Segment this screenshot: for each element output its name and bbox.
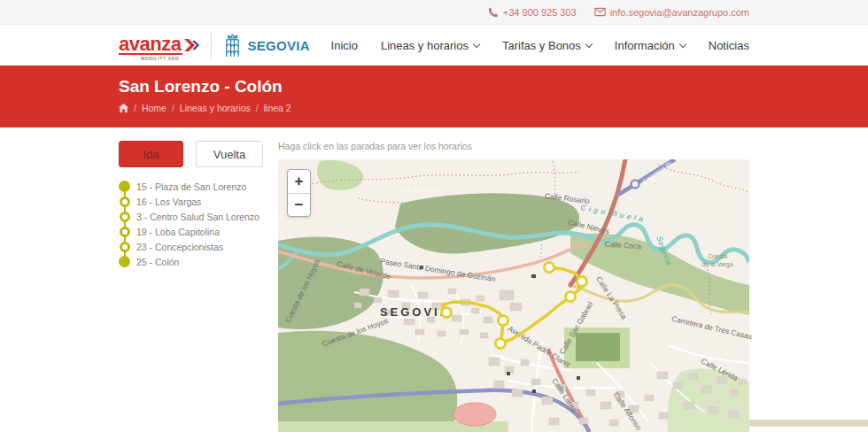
stop-row[interactable]: 3 - Centro Salud San Lorenzo	[119, 209, 278, 224]
nav-item-3[interactable]: Información	[615, 39, 686, 52]
nav-item-0[interactable]: Inicio	[331, 39, 358, 52]
nav-item-2[interactable]: Tarifas y Bonos	[502, 39, 592, 52]
route-stop-marker[interactable]	[566, 292, 576, 302]
nav-item-label: Lineas y horarios	[381, 39, 469, 52]
stop-row[interactable]: 19 - Loba Capitolina	[119, 224, 278, 239]
route-stop-marker[interactable]	[442, 308, 452, 318]
stop-label: 19 - Loba Capitolina	[136, 227, 220, 237]
stops-list: 15 - Plaza de San Lorenzo16 - Los Vargas…	[119, 179, 278, 269]
map-label: La Alameda	[403, 186, 441, 194]
map-unloaded-tiles	[749, 159, 868, 432]
breadcrumb-separator: /	[172, 103, 174, 113]
topbar-email-link[interactable]: info.segovia@avanzagrupo.com	[594, 7, 749, 18]
route-map[interactable]: + −	[278, 159, 868, 432]
aqueduct-icon	[222, 32, 243, 58]
map-hint: Haga click en las paradas para ver los h…	[278, 141, 868, 151]
breadcrumb-item[interactable]: Lineas y horarios	[180, 103, 251, 113]
map-column: Haga click en las paradas para ver los h…	[278, 141, 868, 432]
home-icon[interactable]	[119, 104, 128, 112]
stop-label: 25 - Colón	[136, 257, 179, 267]
avanza-wordmark: avanza	[119, 35, 182, 55]
phone-icon	[488, 7, 499, 18]
page-title: San Lorenzo - Colón	[119, 77, 749, 96]
stop-marker-icon	[120, 242, 130, 252]
stop-label: 3 - Centro Salud San Lorenzo	[136, 212, 260, 222]
brand-logo-segovia: SEGOVIA	[222, 32, 309, 58]
nav-item-label: Noticias	[709, 39, 749, 52]
breadcrumb-separator: /	[134, 103, 136, 113]
route-stop-marker[interactable]	[577, 277, 587, 287]
brand-divider	[211, 32, 212, 58]
chevron-down-icon	[473, 40, 480, 47]
topbar: +34 900 925 303 info.segovia@avanzagrupo…	[0, 0, 868, 25]
route-stop-marker[interactable]	[545, 263, 554, 273]
nav-item-label: Tarifas y Bonos	[502, 39, 581, 52]
chevron-down-icon	[585, 40, 593, 47]
breadcrumb-separator: /	[256, 103, 259, 113]
map-stadium	[453, 403, 496, 426]
ida-button[interactable]: Ida	[119, 141, 183, 167]
map-label: Cuesta	[708, 253, 727, 259]
main-content: Ida Vuelta 15 - Plaza de San Lorenzo16 -…	[0, 127, 868, 432]
route-stop-marker[interactable]	[496, 339, 506, 349]
topbar-email: info.segovia@avanzagrupo.com	[610, 7, 749, 18]
nav-item-label: Información	[615, 39, 675, 52]
stop-marker-icon	[120, 212, 130, 222]
zoom-out-button[interactable]: −	[288, 193, 310, 216]
stop-label: 16 - Los Vargas	[136, 197, 201, 207]
breadcrumb-item[interactable]: Home	[142, 103, 167, 113]
map-zoom-control: + −	[287, 169, 311, 217]
brand[interactable]: avanza MOBILITY ADO	[119, 32, 310, 58]
zoom-in-button[interactable]: +	[288, 170, 310, 193]
avanza-chevron-icon	[184, 39, 200, 51]
stop-marker-icon	[120, 227, 130, 237]
header: avanza MOBILITY ADO	[0, 25, 868, 66]
vuelta-button[interactable]: Vuelta	[196, 141, 263, 167]
stop-row[interactable]: 16 - Los Vargas	[119, 194, 278, 209]
stop-label: 23 - Concepcionistas	[136, 242, 223, 252]
main-nav: InicioLineas y horariosTarifas y BonosIn…	[331, 39, 749, 52]
topbar-phone: +34 900 925 303	[503, 7, 577, 18]
route-stop-marker[interactable]	[499, 316, 508, 326]
nav-item-4[interactable]: Noticias	[709, 39, 749, 52]
hero-banner: San Lorenzo - Colón /Home/Lineas y horar…	[0, 66, 868, 127]
stop-marker-icon	[120, 197, 130, 207]
avanza-tagline: MOBILITY ADO	[141, 56, 179, 61]
map-label: de la Varga	[701, 261, 732, 268]
topbar-phone-link[interactable]: +34 900 925 303	[488, 7, 577, 18]
stop-marker-icon	[119, 181, 130, 192]
route-sidebar: Ida Vuelta 15 - Plaza de San Lorenzo16 -…	[119, 141, 278, 432]
map-canvas[interactable]: La AlamedaPaseo Santo Domingo de GuzmánC…	[278, 159, 868, 432]
nav-item-1[interactable]: Lineas y horarios	[381, 39, 479, 52]
stop-row[interactable]: 23 - Concepcionistas	[119, 239, 278, 254]
stop-marker-icon	[119, 256, 130, 267]
chevron-down-icon	[679, 40, 686, 47]
brand-logo-avanza: avanza MOBILITY ADO	[119, 35, 200, 55]
stop-row[interactable]: 25 - Colón	[119, 254, 278, 269]
mail-icon	[594, 7, 606, 17]
map-tile-strip	[749, 420, 868, 427]
nav-item-label: Inicio	[331, 39, 358, 52]
stop-row[interactable]: 15 - Plaza de San Lorenzo	[119, 179, 278, 194]
stop-label: 15 - Plaza de San Lorenzo	[136, 181, 246, 192]
breadcrumb: /Home/Lineas y horarios/linea 2	[119, 103, 749, 113]
segovia-wordmark: SEGOVIA	[247, 38, 309, 53]
breadcrumb-item: linea 2	[264, 103, 291, 113]
